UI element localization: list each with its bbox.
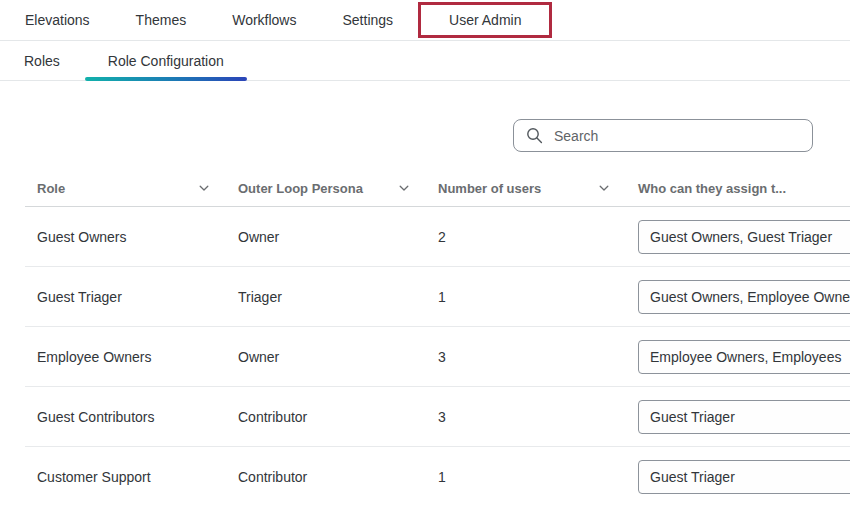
column-header-number-of-users[interactable]: Number of users — [426, 170, 626, 206]
persona-cell: Triager — [226, 267, 426, 326]
table-row: Guest Contributors Contributor 3 Guest T… — [25, 387, 850, 447]
column-header-label: Who can they assign t... — [638, 181, 786, 196]
search-input[interactable] — [554, 128, 800, 144]
persona-cell: Owner — [226, 327, 426, 386]
table-row: Employee Owners Owner 3 Employee Owners,… — [25, 327, 850, 387]
user-count-cell: 3 — [426, 327, 626, 386]
table-header-row: Role Outer Loop Persona Number of users … — [25, 170, 850, 207]
persona-cell: Contributor — [226, 387, 426, 446]
user-count-cell: 3 — [426, 387, 626, 446]
assign-cell: Guest Triager — [626, 447, 850, 505]
column-header-label: Role — [37, 181, 65, 196]
role-cell: Guest Owners — [25, 207, 226, 266]
chevron-down-icon[interactable] — [398, 182, 410, 194]
user-count-cell: 1 — [426, 267, 626, 326]
tab-workflows[interactable]: Workflows — [232, 12, 296, 28]
assign-roles-field[interactable]: Guest Owners, Employee Owners — [638, 280, 850, 314]
assign-roles-field[interactable]: Guest Owners, Guest Triager — [638, 220, 850, 254]
subtab-role-configuration[interactable]: Role Configuration — [85, 41, 247, 80]
role-cell: Guest Contributors — [25, 387, 226, 446]
persona-cell: Contributor — [226, 447, 426, 505]
column-header-role[interactable]: Role — [25, 170, 226, 206]
column-header-label: Number of users — [438, 181, 541, 196]
assign-roles-field[interactable]: Guest Triager — [638, 460, 850, 494]
annotation-highlight-box: User Admin — [418, 2, 552, 38]
subtab-roles[interactable]: Roles — [24, 41, 60, 80]
roles-table: Role Outer Loop Persona Number of users … — [25, 170, 850, 505]
tab-user-admin[interactable]: User Admin — [449, 12, 521, 28]
tab-elevations[interactable]: Elevations — [25, 12, 90, 28]
column-header-label: Outer Loop Persona — [238, 181, 363, 196]
role-cell: Customer Support — [25, 447, 226, 505]
chevron-down-icon[interactable] — [198, 182, 210, 194]
sub-navigation: Roles Role Configuration — [0, 41, 850, 81]
column-header-who-can-they-assign: Who can they assign t... — [626, 170, 850, 206]
assign-cell: Guest Triager — [626, 387, 850, 446]
assign-cell: Guest Owners, Guest Triager — [626, 207, 850, 266]
assign-roles-field[interactable]: Employee Owners, Employees — [638, 340, 850, 374]
main-content: Role Outer Loop Persona Number of users … — [0, 81, 850, 505]
persona-cell: Owner — [226, 207, 426, 266]
role-cell: Employee Owners — [25, 327, 226, 386]
column-header-outer-loop-persona[interactable]: Outer Loop Persona — [226, 170, 426, 206]
user-count-cell: 1 — [426, 447, 626, 505]
top-navigation: Elevations Themes Workflows Settings Use… — [0, 0, 850, 41]
assign-cell: Employee Owners, Employees — [626, 327, 850, 386]
assign-roles-field[interactable]: Guest Triager — [638, 400, 850, 434]
tab-settings[interactable]: Settings — [342, 12, 393, 28]
role-cell: Guest Triager — [25, 267, 226, 326]
user-count-cell: 2 — [426, 207, 626, 266]
tab-themes[interactable]: Themes — [136, 12, 187, 28]
search-box[interactable] — [513, 119, 813, 152]
table-row: Customer Support Contributor 1 Guest Tri… — [25, 447, 850, 505]
table-row: Guest Owners Owner 2 Guest Owners, Guest… — [25, 207, 850, 267]
chevron-down-icon[interactable] — [598, 182, 610, 194]
table-row: Guest Triager Triager 1 Guest Owners, Em… — [25, 267, 850, 327]
search-icon — [526, 127, 543, 144]
assign-cell: Guest Owners, Employee Owners — [626, 267, 850, 326]
table-body: Guest Owners Owner 2 Guest Owners, Guest… — [25, 207, 850, 505]
